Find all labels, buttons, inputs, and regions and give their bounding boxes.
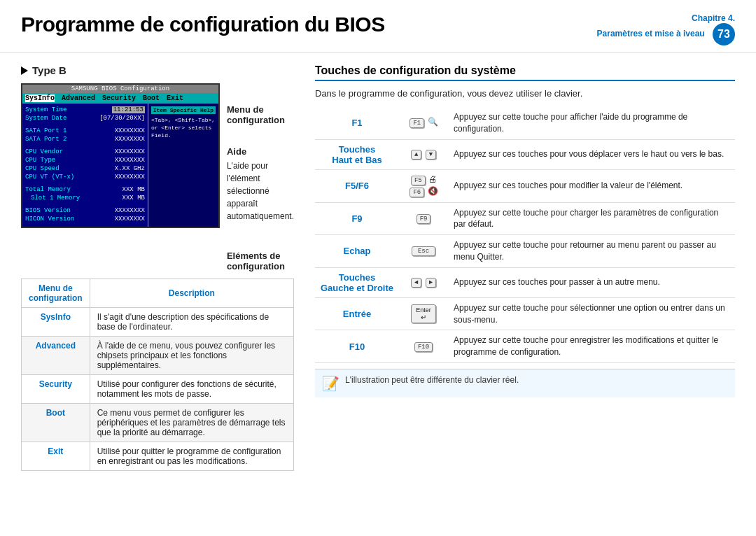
bios-wrapper: SAMSUNG BIOS Configuration SysInfo Advan…: [21, 83, 294, 271]
table-col-menu: Menu deconfiguration: [22, 279, 90, 308]
touch-icon-entree: Enter↵: [399, 297, 448, 330]
touch-key-haut-bas: TouchesHaut et Bas: [315, 139, 399, 169]
bios-menu-sysinfo[interactable]: SysInfo: [25, 94, 55, 102]
touch-key-f9: F9: [315, 202, 399, 235]
touch-icon-f5f6: F5 🖨 F6 🔇: [399, 169, 448, 202]
right-column: Touches de configuration du système Dans…: [315, 64, 735, 471]
left-column: Type B SAMSUNG BIOS Configuration SysInf…: [21, 64, 294, 471]
note-box: 📝 L'illustration peut être différente du…: [315, 369, 735, 397]
touch-row-f1: F1 F1 🔍 Appuyez sur cette touche pour af…: [315, 107, 735, 139]
touch-desc-f5f6: Appuyez sur ces touches pour modifier la…: [448, 169, 735, 202]
bios-row-slot1-mem: Slot 1 Memory XXX MB: [25, 195, 145, 202]
typeb-heading: Type B: [21, 64, 294, 76]
note-icon: 📝: [322, 375, 340, 392]
touch-row-gauche-droite: TouchesGauche et Droite ◄ ► Appuyez sur …: [315, 267, 735, 297]
touch-row-haut-bas: TouchesHaut et Bas ▲ ▼ Appuyez sur ces t…: [315, 139, 735, 169]
table-col-desc: Description: [90, 279, 293, 308]
bios-body: System Time 11:21:53 System Date [07/30/…: [22, 104, 218, 227]
touch-row-echap: Echap Esc Appuyez sur cette touche pour …: [315, 235, 735, 268]
menu-name-advanced: Advanced: [22, 337, 90, 375]
touch-key-f10: F10: [315, 330, 399, 363]
page-header: Programme de configuration du BIOS Chapi…: [0, 0, 756, 53]
bios-title-bar: SAMSUNG BIOS Configuration: [22, 85, 218, 93]
touch-desc-f1: Appuyez sur cette touche pour afficher l…: [448, 107, 735, 139]
menu-desc-advanced: À l'aide de ce menu, vous pouvez configu…: [90, 337, 293, 375]
table-row: Advanced À l'aide de ce menu, vous pouve…: [22, 337, 294, 375]
touch-desc-entree: Appuyez sur cette touche pour sélectionn…: [448, 297, 735, 330]
bios-help-text: <Tab>, <Shift-Tab>, or <Enter> selects F…: [151, 116, 216, 140]
bios-row-total-mem: Total Memory XXX MB: [25, 186, 145, 193]
bios-row-sata2: SATA Port 2 XXXXXXXX: [25, 136, 145, 143]
main-content: Type B SAMSUNG BIOS Configuration SysInf…: [0, 53, 756, 482]
menu-name-sysinfo: SysInfo: [22, 308, 90, 337]
touches-table: F1 F1 🔍 Appuyez sur cette touche pour af…: [315, 107, 735, 363]
touch-icon-haut-bas: ▲ ▼: [399, 139, 448, 169]
menu-desc-boot: Ce menu vous permet de configurer les pé…: [90, 404, 293, 442]
touch-row-f10: F10 F10 Appuyez sur cette touche pour en…: [315, 330, 735, 363]
bios-row-sata1: SATA Port 1 XXXXXXXX: [25, 127, 145, 134]
bios-left-panel: System Time 11:21:53 System Date [07/30/…: [22, 104, 148, 227]
bios-annotations: Menu de configuration Aide L'aide pourl'…: [227, 83, 294, 271]
table-row: SysInfo Il s'agit d'une description des …: [22, 308, 294, 337]
annotation-aide: Aide L'aide pourl'élémentsélectionnéappa…: [227, 146, 294, 223]
chapter-info: Chapitre 4. Paramètres et mise à iveau 7…: [597, 13, 735, 45]
table-row: Boot Ce menu vous permet de configurer l…: [22, 404, 294, 442]
bios-row-cpu-vt: CPU VT (VT-x) XXXXXXXX: [25, 174, 145, 181]
touch-row-f9: F9 F9 Appuyez sur cette touche pour char…: [315, 202, 735, 235]
menu-desc-exit: Utilisé pour quitter le programme de con…: [90, 442, 293, 471]
touch-key-echap: Echap: [315, 235, 399, 268]
annotation-elements: Eléments de configuration: [227, 251, 294, 271]
bios-row-cpu-type: CPU Type XXXXXXXX: [25, 157, 145, 164]
touch-key-f5f6: F5/F6: [315, 169, 399, 202]
touch-desc-f10: Appuyez sur cette touche pour enregistre…: [448, 330, 735, 363]
touch-icon-echap: Esc: [399, 235, 448, 268]
note-text: L'illustration peut être différente du c…: [345, 375, 519, 385]
menu-name-boot: Boot: [22, 404, 90, 442]
touch-row-entree: Entrée Enter↵ Appuyez sur cette touche p…: [315, 297, 735, 330]
config-table: Menu deconfiguration Description SysInfo…: [21, 278, 294, 471]
touch-icon-f1: F1 🔍: [399, 107, 448, 139]
touch-key-entree: Entrée: [315, 297, 399, 330]
bios-row-bios-ver: BIOS Version XXXXXXXX: [25, 207, 145, 214]
touch-desc-gauche-droite: Appuyez sur ces touches pour passer à un…: [448, 267, 735, 297]
bios-row-date: System Date [07/30/20XX]: [25, 115, 145, 122]
touch-key-f1: F1: [315, 107, 399, 139]
bios-menu-exit[interactable]: Exit: [167, 94, 183, 102]
touch-icon-f9: F9: [399, 202, 448, 235]
touch-row-f5f6: F5/F6 F5 🖨 F6 🔇 Appuyez sur ces touches …: [315, 169, 735, 202]
touch-desc-f9: Appuyez sur cette touche pour charger le…: [448, 202, 735, 235]
menu-name-exit: Exit: [22, 442, 90, 471]
annotation-menu-config: Menu de configuration: [227, 104, 294, 125]
bios-help-title: Item Specific Help: [151, 106, 216, 114]
menu-desc-security: Utilisé pour configurer des fonctions de…: [90, 375, 293, 404]
bios-row-hicon-ver: HICON Version XXXXXXXX: [25, 216, 145, 223]
bios-row-cpu-vendor: CPU Vendor XXXXXXXX: [25, 148, 145, 155]
menu-desc-sysinfo: Il s'agit d'une description des spécific…: [90, 308, 293, 337]
touch-icon-f10: F10: [399, 330, 448, 363]
arrow-icon: [21, 66, 28, 75]
touch-desc-echap: Appuyez sur cette touche pour retourner …: [448, 235, 735, 268]
chapter-page: 73: [713, 23, 735, 45]
bios-menu-advanced[interactable]: Advanced: [62, 94, 95, 102]
table-row: Security Utilisé pour configurer des fon…: [22, 375, 294, 404]
touch-icon-gauche-droite: ◄ ►: [399, 267, 448, 297]
page-title: Programme de configuration du BIOS: [21, 13, 385, 36]
bios-row-cpu-speed: CPU Speed X.XX GHz: [25, 165, 145, 172]
bios-row-time: System Time 11:21:53: [25, 106, 145, 113]
bios-screen: SAMSUNG BIOS Configuration SysInfo Advan…: [21, 83, 220, 228]
bios-menu-bar: SysInfo Advanced Security Boot Exit: [22, 93, 218, 104]
table-row: Exit Utilisé pour quitter le programme d…: [22, 442, 294, 471]
touch-key-gauche-droite: TouchesGauche et Droite: [315, 267, 399, 297]
touches-title: Touches de configuration du système: [315, 64, 735, 81]
touch-desc-haut-bas: Appuyez sur ces touches pour vous déplac…: [448, 139, 735, 169]
bios-menu-boot[interactable]: Boot: [143, 94, 160, 102]
touches-intro: Dans le programme de configuration, vous…: [315, 88, 735, 99]
bios-menu-security[interactable]: Security: [102, 94, 136, 102]
bios-right-panel: Item Specific Help <Tab>, <Shift-Tab>, o…: [148, 104, 218, 227]
menu-name-security: Security: [22, 375, 90, 404]
